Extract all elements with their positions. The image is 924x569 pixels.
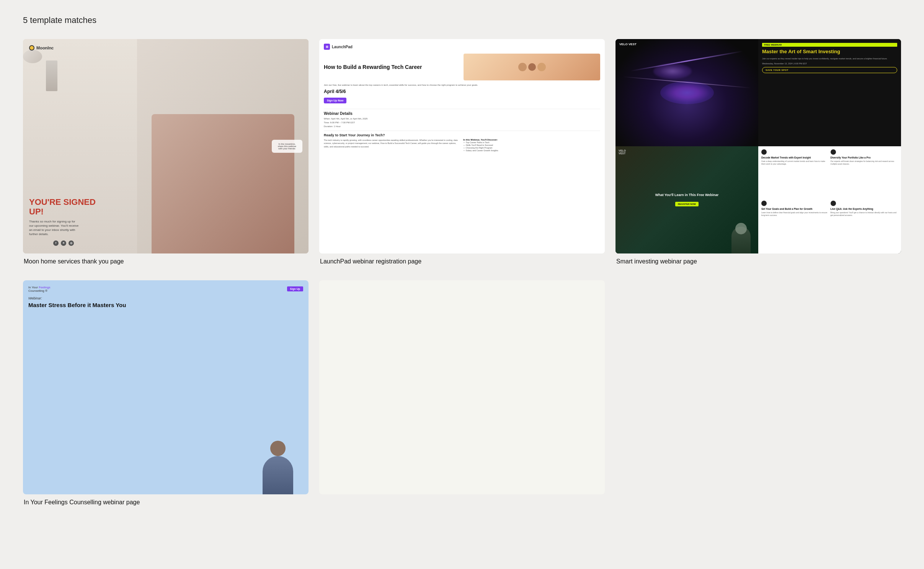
- moon-logo: MoonInc: [29, 45, 54, 51]
- card-empty-preview: [319, 280, 605, 495]
- invest-sub: Join our experts as they reveal insider …: [762, 57, 897, 60]
- template-grid-bottom: In Your FeelingsCounselling ® Sign Up We…: [23, 280, 901, 506]
- invest-text-block: FREE WEBINAR Master the Art of Smart Inv…: [758, 39, 901, 146]
- counsel-person: [259, 441, 297, 494]
- counsel-signup-button[interactable]: Sign Up: [287, 286, 303, 291]
- invest-feature-4: Live Q&A: Ask the Experts Anything Bring…: [831, 201, 898, 250]
- invest-headline: Master the Art of Smart Investing: [762, 49, 897, 55]
- invest-date: Wednesday, November 13, 2024 | 6:00 PM E…: [762, 62, 897, 65]
- launch-section2-title: Ready to Start Your Journey in Tech?: [324, 133, 600, 137]
- moon-share-block: In the meantime, share this webinar with…: [272, 140, 302, 153]
- card-invest[interactable]: VELO VEST FREE WEBINAR Master the Art of…: [615, 39, 901, 265]
- counsel-webinar-label: Webinar:: [28, 296, 303, 300]
- invest-save-button[interactable]: SAVE YOUR SPOT: [762, 67, 897, 73]
- card-launchpad-label: LaunchPad webinar registration page: [319, 258, 605, 265]
- card-moon[interactable]: MoonInc YOU'RE SIGNED UP! Thanks so much…: [23, 39, 309, 265]
- counsel-title: Master Stress Before it Masters You: [28, 302, 303, 309]
- card-counsel[interactable]: In Your FeelingsCounselling ® Sign Up We…: [23, 280, 309, 506]
- twitter-icon: ✕: [61, 240, 66, 246]
- card-counsel-preview: In Your FeelingsCounselling ® Sign Up We…: [23, 280, 309, 495]
- launch-sub: Join our free, live webinar to learn abo…: [324, 83, 600, 87]
- launch-headline: How to Build a Rewarding Tech Career: [324, 64, 460, 70]
- card-launchpad[interactable]: ⊞ LaunchPad How to Build a Rewarding Tec…: [319, 39, 605, 265]
- instagram-icon: ◎: [69, 240, 74, 246]
- invest-visual: VELO VEST: [615, 39, 758, 146]
- counsel-logo: In Your FeelingsCounselling ®: [28, 286, 50, 293]
- card-invest-preview: VELO VEST FREE WEBINAR Master the Art of…: [615, 39, 901, 253]
- invest-feature-2: Diversify Your Portfolio Like a Pro Our …: [831, 149, 898, 199]
- card-empty: [319, 280, 605, 506]
- launch-hero-image: [464, 54, 600, 80]
- invest-center-cta: What You'll Learn in This Free Webinar R…: [651, 193, 723, 207]
- invest-features: Decode Market Trends with Expert Insight…: [758, 146, 901, 253]
- launch-date: April 4/5/6: [324, 89, 600, 94]
- moon-subtext: Thanks so much for signing up for our up…: [29, 219, 79, 237]
- moon-headline: YOU'RE SIGNED UP!: [29, 198, 98, 216]
- launch-signup-button[interactable]: Sign Up Now: [324, 98, 346, 103]
- card-counsel-label: In Your Feelings Counselling webinar pag…: [23, 499, 309, 506]
- card-placeholder: [615, 280, 901, 506]
- invest-logo-2: VELO VEST: [619, 149, 626, 155]
- card-invest-label: Smart investing webinar page: [615, 258, 901, 265]
- launch-meta: When: April 4th, April 5th, or April 6th…: [324, 117, 600, 128]
- invest-feature-3: Set Your Goals and Build a Plan for Grow…: [761, 201, 829, 250]
- invest-feature-1: Decode Market Trends with Expert Insight…: [761, 149, 829, 199]
- template-grid: MoonInc YOU'RE SIGNED UP! Thanks so much…: [23, 39, 901, 265]
- invest-cta-block: VELO VEST What You'll Learn in This Free…: [615, 146, 758, 253]
- card-moon-preview: MoonInc YOU'RE SIGNED UP! Thanks so much…: [23, 39, 309, 253]
- invest-logo: VELO VEST: [619, 43, 637, 46]
- card-launchpad-preview: ⊞ LaunchPad How to Build a Rewarding Tec…: [319, 39, 605, 253]
- launchpad-logo: ⊞ LaunchPad: [324, 44, 600, 50]
- page-title: 5 template matches: [23, 15, 901, 25]
- card-moon-label: Moon home services thank you page: [23, 258, 309, 265]
- facebook-icon: f: [53, 240, 59, 246]
- free-webinar-badge: FREE WEBINAR: [762, 43, 897, 47]
- launch-details-title: Webinar Details: [324, 111, 600, 116]
- invest-register-button[interactable]: REGISTER NOW: [675, 202, 699, 206]
